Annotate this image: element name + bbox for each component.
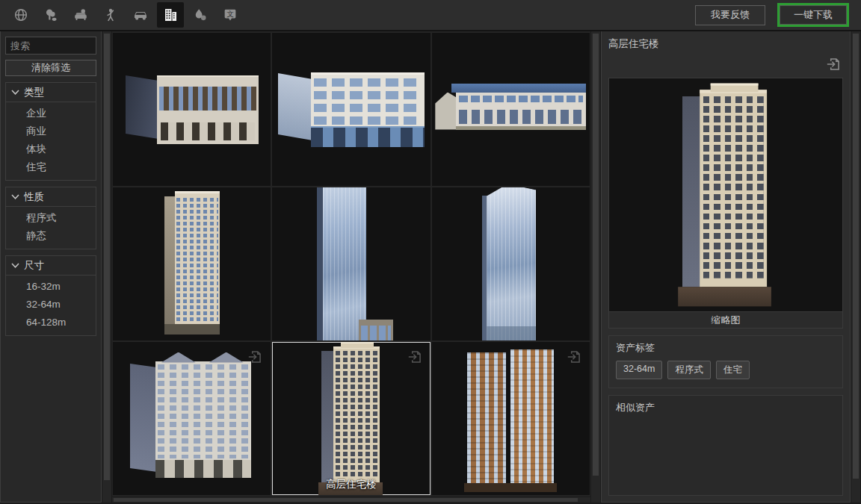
toolbar-tab-vegetation[interactable] bbox=[37, 2, 64, 28]
filter-item-procedural[interactable]: 程序式 bbox=[6, 209, 96, 227]
filter-sidebar: 清除筛选 类型 企业 商业 体块 住宅 性质 bbox=[0, 31, 102, 503]
filter-group-items: 16-32m 32-64m 64-128m bbox=[6, 276, 96, 335]
toolbar-tab-vehicle[interactable] bbox=[127, 2, 154, 28]
asset-card[interactable] bbox=[113, 342, 271, 495]
download-button-highlight: 一键下载 bbox=[777, 3, 849, 27]
scrollbar-thumb[interactable] bbox=[114, 498, 578, 502]
filter-item-16-32m[interactable]: 16-32m bbox=[6, 278, 96, 296]
chevron-down-icon bbox=[11, 193, 19, 200]
sign-icon: 文 bbox=[222, 7, 238, 23]
asset-card-label: 高层住宅楼 bbox=[272, 478, 430, 491]
clear-filters-button[interactable]: 清除筛选 bbox=[5, 60, 96, 76]
asset-card-selected[interactable]: 高层住宅楼 bbox=[272, 342, 430, 495]
scrollbar-thumb[interactable] bbox=[104, 34, 110, 480]
filter-item-massing[interactable]: 体块 bbox=[6, 140, 96, 158]
asset-tags-section: 资产标签 32-64m 程序式 住宅 bbox=[608, 335, 843, 388]
filter-group-label: 性质 bbox=[24, 190, 44, 204]
asset-card[interactable] bbox=[113, 187, 271, 340]
filter-group-type-header[interactable]: 类型 bbox=[6, 83, 96, 102]
detail-scrollbar[interactable] bbox=[851, 31, 861, 503]
tag-procedural[interactable]: 程序式 bbox=[667, 361, 711, 379]
filter-group-size: 尺寸 16-32m 32-64m 64-128m bbox=[5, 255, 96, 336]
props-icon bbox=[72, 7, 89, 23]
download-button[interactable]: 一键下载 bbox=[780, 5, 847, 25]
filter-item-static[interactable]: 静态 bbox=[6, 227, 96, 245]
thumbnail-caption: 缩略图 bbox=[608, 311, 843, 329]
toolbar-tab-props[interactable] bbox=[67, 2, 94, 28]
filter-item-enterprise[interactable]: 企业 bbox=[6, 105, 96, 122]
asset-card[interactable] bbox=[432, 187, 590, 340]
grid-scrollbar[interactable] bbox=[590, 31, 601, 503]
asset-thumbnail bbox=[113, 33, 271, 186]
asset-card[interactable] bbox=[432, 342, 590, 495]
search-input[interactable] bbox=[5, 37, 96, 55]
filter-group-type: 类型 企业 商业 体块 住宅 bbox=[5, 82, 96, 181]
main-area: 清除筛选 类型 企业 商业 体块 住宅 性质 bbox=[0, 31, 861, 503]
asset-grid-area: 高层住宅楼 bbox=[112, 31, 590, 503]
asset-tags-header: 资产标签 bbox=[616, 341, 836, 355]
scrollbar-thumb[interactable] bbox=[593, 34, 599, 476]
toolbar-tab-globe[interactable] bbox=[7, 2, 34, 28]
export-icon[interactable] bbox=[406, 348, 424, 366]
export-icon[interactable] bbox=[565, 348, 583, 366]
detail-panel: 高层住宅楼 缩略图 资产标签 32-64m 程序式 住宅 相似资产 bbox=[601, 31, 851, 503]
filter-item-commercial[interactable]: 商业 bbox=[6, 122, 96, 140]
filter-group-label: 类型 bbox=[24, 86, 44, 99]
filter-group-nature-header[interactable]: 性质 bbox=[6, 187, 96, 207]
asset-thumbnail bbox=[113, 187, 271, 340]
scrollbar-thumb[interactable] bbox=[853, 34, 859, 479]
export-icon[interactable] bbox=[246, 348, 264, 366]
feedback-button[interactable]: 我要反馈 bbox=[695, 5, 765, 25]
tag-size[interactable]: 32-64m bbox=[616, 361, 662, 379]
chevron-down-icon bbox=[11, 89, 19, 96]
asset-thumbnail bbox=[432, 187, 590, 340]
vehicle-icon bbox=[132, 6, 149, 24]
asset-tags-row: 32-64m 程序式 住宅 bbox=[616, 361, 836, 379]
vegetation-icon bbox=[43, 7, 59, 23]
building-icon bbox=[161, 6, 179, 24]
asset-card[interactable] bbox=[272, 33, 430, 186]
asset-card[interactable] bbox=[432, 33, 590, 186]
globe-icon bbox=[13, 7, 29, 23]
asset-thumbnail bbox=[272, 33, 430, 186]
asset-grid: 高层住宅楼 bbox=[112, 31, 590, 497]
top-toolbar: 文 我要反馈 一键下载 bbox=[0, 0, 861, 31]
toolbar-tab-decal[interactable] bbox=[187, 2, 214, 28]
asset-card[interactable] bbox=[113, 33, 271, 186]
toolbar-tab-building[interactable] bbox=[157, 2, 184, 28]
filter-group-items: 程序式 静态 bbox=[6, 207, 96, 249]
sidebar-scrollbar[interactable] bbox=[102, 31, 112, 503]
filter-item-residential[interactable]: 住宅 bbox=[6, 158, 96, 176]
chevron-down-icon bbox=[11, 262, 19, 269]
asset-thumbnail bbox=[432, 33, 590, 186]
filter-group-size-header[interactable]: 尺寸 bbox=[6, 256, 96, 276]
toolbar-tab-sign[interactable]: 文 bbox=[217, 2, 244, 28]
filter-item-64-128m[interactable]: 64-128m bbox=[6, 314, 96, 332]
filter-item-32-64m[interactable]: 32-64m bbox=[6, 296, 96, 314]
decal-icon bbox=[192, 7, 209, 23]
detail-thumbnail bbox=[609, 78, 842, 311]
filter-group-items: 企业 商业 体块 住宅 bbox=[6, 102, 96, 180]
character-icon bbox=[102, 7, 119, 23]
detail-title: 高层住宅楼 bbox=[608, 37, 843, 51]
asset-card[interactable] bbox=[272, 187, 430, 340]
svg-text:文: 文 bbox=[226, 10, 234, 18]
detail-thumbnail-box bbox=[608, 78, 843, 311]
tag-residential[interactable]: 住宅 bbox=[716, 361, 750, 379]
filter-group-label: 尺寸 bbox=[24, 259, 44, 273]
toolbar-tab-character[interactable] bbox=[97, 2, 124, 28]
grid-horizontal-scrollbar[interactable] bbox=[112, 497, 590, 503]
similar-assets-section: 相似资产 bbox=[608, 395, 843, 496]
asset-thumbnail bbox=[272, 187, 430, 340]
filter-group-nature: 性质 程序式 静态 bbox=[5, 187, 96, 249]
similar-assets-header: 相似资产 bbox=[616, 401, 836, 414]
export-icon[interactable] bbox=[824, 55, 842, 73]
